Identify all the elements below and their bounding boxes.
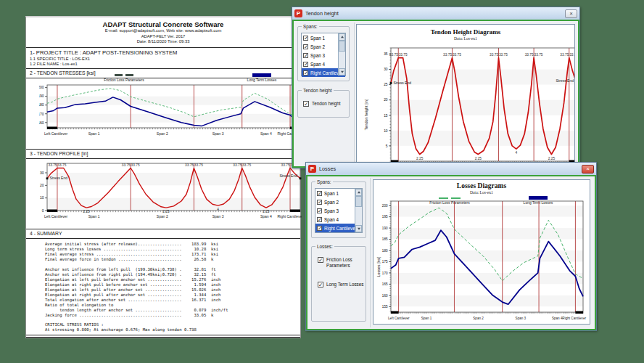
svg-text:33.75: 33.75 bbox=[57, 163, 66, 167]
tendon-height-chart-panel: Tendon Height Diagrams Data: Los-ex1 510… bbox=[356, 24, 575, 165]
checkbox-checked-icon[interactable]: ✓ bbox=[303, 101, 309, 107]
svg-text:33.75: 33.75 bbox=[453, 53, 461, 57]
close-button[interactable]: × bbox=[565, 9, 577, 18]
svg-text:190: 190 bbox=[39, 94, 44, 98]
tendon-height-checkbox-row[interactable]: ✓ Tendon height bbox=[303, 101, 341, 107]
chart-title: Losses Diagrams bbox=[373, 182, 590, 189]
chart-title: Tendon Height Diagrams bbox=[357, 28, 574, 36]
adapt-app-icon: P bbox=[294, 9, 302, 17]
checkbox-checked-icon[interactable]: ✓ bbox=[318, 282, 323, 287]
spans-groupbox: Spans: ✓Span 1 ✓Span 2 ✓Span 3 ✓Span 4 ✓… bbox=[311, 182, 366, 238]
tendon-height-titlebar[interactable]: P Tendon height × bbox=[292, 7, 579, 20]
legend-friction: Friction Loss Parameters bbox=[95, 73, 153, 82]
tendon-height-groupbox: Tendon height ✓ Tendon height bbox=[297, 90, 350, 118]
checkbox-checked-icon[interactable]: ✓ bbox=[303, 53, 308, 58]
chart-subtitle: Data: Los-ex1 bbox=[373, 190, 590, 195]
svg-text:20: 20 bbox=[40, 183, 44, 187]
spans-listbox[interactable]: ✓Span 1 ✓Span 2 ✓Span 3 ✓Span 4 ✓Right C… bbox=[301, 33, 346, 76]
svg-text:5: 5 bbox=[386, 144, 388, 148]
checkbox-checked-icon[interactable]: ✓ bbox=[303, 44, 308, 49]
svg-text:180: 180 bbox=[39, 102, 44, 107]
svg-text:165: 165 bbox=[382, 282, 388, 286]
svg-text:Right Cantilever: Right Cantilever bbox=[277, 214, 302, 219]
svg-text:2.25: 2.25 bbox=[416, 157, 424, 160]
tendon-height-diagram: 5101520253035Left CantileverSpan 1Span 2… bbox=[363, 44, 575, 165]
svg-text:160: 160 bbox=[39, 121, 44, 125]
spans-scrollbar[interactable] bbox=[355, 189, 362, 232]
svg-text:33.75: 33.75 bbox=[49, 163, 57, 167]
scrollbar-thumb[interactable] bbox=[339, 41, 345, 52]
close-button[interactable]: × bbox=[582, 165, 594, 174]
losses-window-title: Losses bbox=[319, 166, 582, 172]
svg-text:Span 3: Span 3 bbox=[212, 214, 224, 219]
svg-text:200: 200 bbox=[39, 85, 44, 89]
svg-text:Right Cantilever: Right Cantilever bbox=[562, 317, 586, 320]
svg-text:4: 4 bbox=[217, 208, 219, 211]
svg-text:160: 160 bbox=[382, 294, 388, 298]
long-term-losses-checkbox-row[interactable]: ✓ Long Term Losses bbox=[318, 282, 364, 287]
losses-diagram: 155160165170175180185190195200Left Canti… bbox=[376, 199, 590, 324]
panel-separator bbox=[354, 23, 355, 165]
spans-groupbox: Spans: ✓Span 1 ✓Span 2 ✓Span 3 ✓Span 4 ✓… bbox=[297, 26, 350, 81]
spans-scrollbar[interactable] bbox=[338, 33, 345, 76]
date-line: Date: 8/11/2020 Time: 09:33 bbox=[26, 39, 300, 45]
losses-titlebar[interactable]: P Losses × bbox=[306, 163, 596, 176]
svg-text:170: 170 bbox=[39, 112, 44, 116]
svg-text:2.25: 2.25 bbox=[548, 157, 556, 160]
svg-text:33.75: 33.75 bbox=[233, 163, 242, 167]
losses-window: P Losses × Spans: ✓Span 1 ✓Span 2 ✓Span … bbox=[305, 162, 597, 331]
svg-text:33.75: 33.75 bbox=[281, 163, 290, 167]
svg-text:0: 0 bbox=[42, 208, 44, 213]
friction-loss-checkbox-row[interactable]: ✓ Friction Loss Parameters bbox=[318, 257, 364, 268]
checkbox-checked-icon[interactable]: ✓ bbox=[317, 217, 322, 222]
svg-text:Span 4: Span 4 bbox=[260, 214, 272, 219]
svg-text:Span 4: Span 4 bbox=[260, 131, 272, 136]
svg-text:2.25: 2.25 bbox=[162, 210, 170, 213]
divider bbox=[26, 158, 300, 159]
friction-swatch-icon bbox=[95, 73, 153, 77]
software-title: ADAPT Structural Concrete Software bbox=[26, 20, 300, 28]
svg-text:30: 30 bbox=[40, 171, 44, 175]
svg-text:155: 155 bbox=[382, 305, 388, 309]
adapt-app-icon: P bbox=[308, 165, 316, 173]
svg-text:33.75: 33.75 bbox=[185, 163, 194, 167]
svg-text:2.25: 2.25 bbox=[83, 210, 90, 213]
svg-text:180: 180 bbox=[382, 249, 388, 253]
checkbox-checked-icon[interactable]: ✓ bbox=[303, 62, 308, 67]
scroll-down-icon[interactable] bbox=[339, 68, 345, 76]
scroll-down-icon[interactable] bbox=[355, 225, 362, 232]
project-title-line: 1- PROJECT TITLE : ADAPT POST-TENSIONING… bbox=[30, 49, 177, 56]
checkbox-checked-icon[interactable]: ✓ bbox=[317, 191, 322, 196]
checkbox-checked-icon[interactable]: ✓ bbox=[317, 226, 322, 231]
scroll-up-icon[interactable] bbox=[355, 189, 362, 196]
section4-heading: 4 - SUMMARY bbox=[30, 231, 62, 236]
tendon-height-body: Spans: ✓Span 1 ✓Span 2 ✓Span 3 ✓Span 4 ✓… bbox=[292, 20, 579, 168]
scrollbar-thumb[interactable] bbox=[355, 196, 362, 207]
checkbox-checked-icon[interactable]: ✓ bbox=[303, 36, 308, 41]
checkbox-checked-icon[interactable]: ✓ bbox=[318, 257, 323, 263]
tendon-stresses-chart: 160170180190200Left CantileverSpan 1Span… bbox=[39, 83, 302, 144]
checkbox-checked-icon[interactable]: ✓ bbox=[303, 70, 308, 76]
checkbox-checked-icon[interactable]: ✓ bbox=[317, 208, 322, 213]
divider bbox=[26, 68, 300, 69]
divider bbox=[26, 229, 300, 229]
losses-chart-panel: Losses Diagrams Data: Los-ex1 Friction L… bbox=[373, 179, 590, 325]
svg-text:Span 1: Span 1 bbox=[88, 131, 100, 136]
svg-text:10: 10 bbox=[40, 195, 44, 200]
checkbox-checked-icon[interactable]: ✓ bbox=[317, 200, 322, 205]
spans-listbox[interactable]: ✓Span 1 ✓Span 2 ✓Span 3 ✓Span 4 ✓Right C… bbox=[315, 188, 363, 233]
divider bbox=[26, 149, 300, 150]
losses-groupbox: Losses: ✓ Friction Loss Parameters ✓ Lon… bbox=[311, 246, 366, 322]
svg-text:175: 175 bbox=[382, 260, 388, 264]
svg-text:Span 3: Span 3 bbox=[212, 131, 224, 136]
scroll-up-icon[interactable] bbox=[339, 33, 345, 41]
version-line: ADAPT-FELT Ver. 2017 bbox=[26, 34, 300, 40]
divider bbox=[26, 47, 300, 48]
report-page: ADAPT Structural Concrete Software E-mai… bbox=[25, 16, 301, 338]
tendon-height-window: P Tendon height × Spans: ✓Span 1 ✓Span 2… bbox=[292, 7, 580, 168]
panel-separator bbox=[370, 178, 371, 327]
longterm-swatch-icon bbox=[236, 73, 287, 77]
svg-text:Span 4: Span 4 bbox=[552, 317, 563, 320]
divider bbox=[26, 337, 300, 338]
section2-heading: 2 - TENDON STRESSES [ksi] bbox=[30, 70, 96, 76]
